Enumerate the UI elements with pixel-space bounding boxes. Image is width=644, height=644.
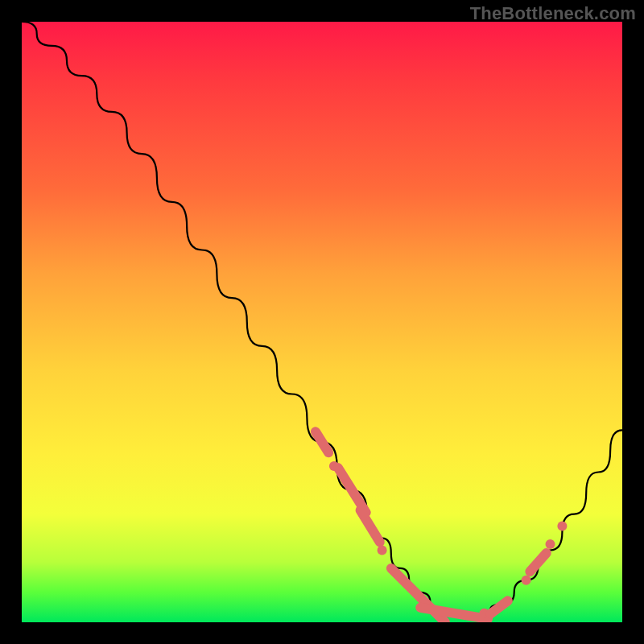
svg-rect-8 [484, 594, 514, 621]
svg-point-12 [557, 522, 567, 531]
chart-frame: TheBottleneck.com [0, 0, 644, 644]
svg-rect-2 [332, 461, 373, 519]
svg-rect-10 [523, 546, 553, 578]
svg-rect-0 [309, 425, 336, 460]
bottleneck-curve [22, 22, 622, 622]
svg-point-9 [522, 576, 531, 585]
plot-area [22, 22, 622, 622]
svg-point-4 [378, 546, 387, 555]
watermark-text: TheBottleneck.com [470, 3, 636, 24]
curve-markers [309, 425, 568, 622]
svg-point-11 [546, 539, 555, 549]
